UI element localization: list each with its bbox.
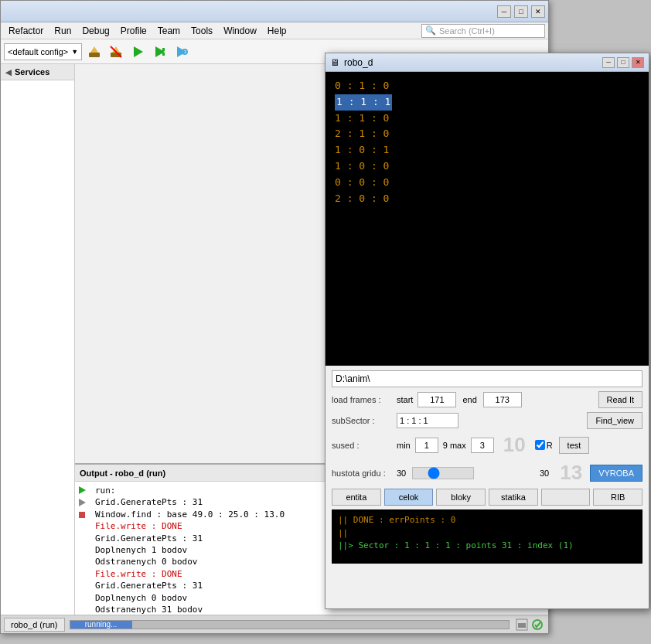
build-icon-button[interactable]: [85, 43, 104, 61]
step-icon[interactable]: [77, 497, 87, 508]
bloky-button[interactable]: bloky: [436, 489, 486, 506]
entita-button[interactable]: entita: [332, 489, 381, 506]
end-input[interactable]: [483, 392, 522, 407]
statusbar-icon: [514, 617, 530, 632]
menu-profile[interactable]: Profile: [116, 24, 152, 38]
sused-row: sused : min 9 max 10 R test: [332, 433, 642, 457]
canvas-line-6: 0 : 0 : 0: [335, 175, 639, 191]
canvas-line-1[interactable]: 1 : 1 : 1: [335, 94, 392, 111]
checkbox-r-label: R: [535, 440, 553, 450]
menu-refactor[interactable]: Refactor: [4, 24, 48, 38]
subsector-label: subSector :: [332, 416, 394, 425]
console-area: || DONE : errPoints : 0 || ||> Sector : …: [332, 509, 642, 564]
progress-bar: running...: [70, 620, 510, 629]
hustota-slider[interactable]: [412, 467, 474, 479]
svg-rect-13: [79, 512, 85, 518]
action-buttons-row: entita celok bloky statika RIB: [332, 489, 642, 506]
dropdown-arrow-icon: ▼: [71, 48, 78, 56]
hustota-val2: 30: [540, 469, 549, 478]
robo-maximize-button[interactable]: □: [617, 57, 629, 68]
services-panel: ◀ Services: [1, 64, 75, 633]
clean-icon-button[interactable]: [107, 43, 125, 61]
vyroba-button[interactable]: VYROBA: [590, 465, 642, 482]
checkbox-r[interactable]: [535, 440, 545, 450]
start-label: start: [397, 395, 413, 404]
statusbar-icon2: [530, 617, 545, 632]
services-label: Services: [15, 67, 49, 77]
ide-menubar: Refactor Run Debug Profile Team Tools Wi…: [1, 22, 548, 39]
minimize-button[interactable]: ─: [497, 5, 511, 18]
empty-button[interactable]: [541, 489, 591, 506]
run-icon-button[interactable]: [128, 43, 147, 61]
canvas-line-7: 2 : 0 : 0: [335, 191, 639, 207]
max-label: 9 max: [443, 441, 466, 450]
stop-icon[interactable]: [77, 509, 87, 520]
menu-run[interactable]: Run: [49, 24, 76, 38]
ide-titlebar: ─ □ ✕: [1, 1, 548, 22]
hustota-val1: 30: [397, 469, 406, 478]
svg-rect-15: [518, 623, 526, 628]
debug-icon-button[interactable]: [150, 43, 169, 61]
canvas-line-3: 2 : 1 : 0: [335, 126, 639, 142]
output-title: Output - robo_d (run): [80, 469, 165, 478]
hustota-row: hustota gridu : 30 30 13 VYROBA: [332, 461, 642, 485]
menu-team[interactable]: Team: [153, 24, 185, 38]
svg-rect-8: [162, 53, 165, 56]
path-input[interactable]: [332, 370, 642, 387]
svg-marker-1: [90, 46, 98, 53]
sused-label: sused :: [332, 441, 394, 450]
maximize-button[interactable]: □: [514, 5, 528, 18]
menu-debug[interactable]: Debug: [77, 24, 114, 38]
titlebar-controls: ─ □ ✕: [497, 5, 545, 18]
console-line-2: ||> Sector : 1 : 1 : 1 : points 31 : ind…: [338, 540, 636, 553]
services-arrow-icon: ◀: [5, 68, 12, 77]
robo-title: robo_d: [344, 57, 602, 68]
canvas-line-2: 1 : 1 : 0: [335, 111, 639, 127]
robo-window: 🖥 robo_d ─ □ ✕ 0 : 1 : 0 1 : 1 : 1 1 : 1…: [325, 53, 649, 609]
max-input[interactable]: [471, 438, 494, 453]
subsector-input[interactable]: [397, 413, 458, 428]
load-frames-label: load frames :: [332, 395, 394, 404]
search-box[interactable]: 🔍 Search (Ctrl+I): [421, 24, 545, 38]
end-label: end: [462, 395, 476, 404]
r-label: R: [547, 441, 553, 450]
canvas-line-4: 1 : 0 : 1: [335, 142, 639, 158]
load-frames-row: load frames : start end Read It: [332, 391, 642, 408]
svg-rect-0: [89, 53, 100, 57]
min-input[interactable]: [415, 438, 438, 453]
test-button[interactable]: test: [559, 437, 590, 454]
slider-container: [412, 467, 533, 479]
subsector-row: subSector : Find_view: [332, 412, 642, 429]
menu-tools[interactable]: Tools: [186, 24, 217, 38]
menu-window[interactable]: Window: [219, 24, 261, 38]
robo-close-button[interactable]: ✕: [632, 57, 644, 68]
robo-titlebar: 🖥 robo_d ─ □ ✕: [326, 53, 649, 72]
path-row: [332, 370, 642, 387]
statusbar: robo_d (run) running...: [1, 615, 548, 633]
profile-icon-button[interactable]: [172, 43, 190, 61]
search-placeholder: Search (Ctrl+I): [439, 26, 495, 36]
console-line-1: ||: [338, 527, 636, 540]
config-select[interactable]: <default config> ▼: [4, 43, 82, 60]
menu-help[interactable]: Help: [263, 24, 291, 38]
svg-marker-11: [79, 486, 86, 494]
statika-button[interactable]: statika: [489, 489, 538, 506]
canvas-line-5: 1 : 0 : 0: [335, 158, 639, 175]
celok-button[interactable]: celok: [384, 489, 434, 506]
svg-point-16: [533, 620, 542, 629]
rib-button[interactable]: RIB: [593, 489, 642, 506]
read-it-button[interactable]: Read It: [598, 391, 642, 408]
find-view-button[interactable]: Find_view: [587, 412, 642, 429]
hustota-label: hustota gridu :: [332, 469, 394, 478]
big-number-13: 13: [560, 461, 582, 485]
ide-search: 🔍 Search (Ctrl+I): [421, 24, 545, 38]
min-label: min: [397, 441, 411, 450]
services-content: [1, 80, 74, 633]
robo-minimize-button[interactable]: ─: [602, 57, 615, 68]
run-icon[interactable]: [77, 485, 87, 496]
start-input[interactable]: [418, 392, 456, 407]
svg-marker-12: [79, 499, 86, 506]
robo-window-icon: 🖥: [330, 57, 339, 68]
svg-rect-7: [162, 48, 165, 51]
close-button[interactable]: ✕: [531, 5, 545, 18]
